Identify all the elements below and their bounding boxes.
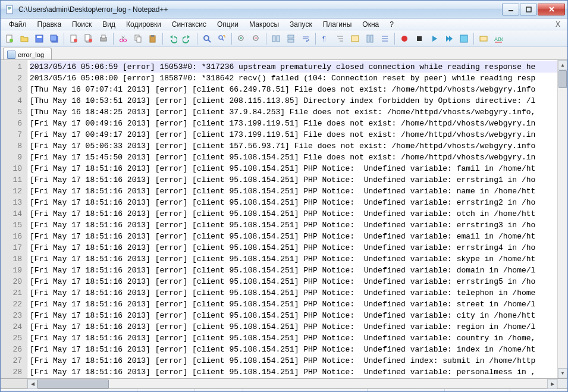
open-file-icon[interactable]	[18, 32, 31, 45]
svg-line-32	[222, 39, 224, 40]
func-list-icon[interactable]	[378, 32, 391, 45]
zoom-out-icon[interactable]	[250, 32, 263, 45]
paste-icon[interactable]	[146, 32, 159, 45]
toolbar: ¶ ABC	[1, 30, 567, 47]
scroll-up-icon[interactable]: ▲	[558, 60, 567, 70]
svg-rect-39	[277, 36, 280, 42]
wrap-icon[interactable]	[299, 32, 312, 45]
menu-macros[interactable]: Макросы	[244, 19, 284, 30]
toolbar-separator	[162, 33, 163, 45]
svg-rect-26	[137, 37, 141, 42]
svg-rect-54	[460, 35, 467, 42]
toolbar-separator	[197, 33, 197, 45]
menu-syntax[interactable]: Синтаксис	[167, 19, 211, 30]
svg-point-29	[204, 36, 209, 40]
vertical-scrollbar[interactable]: ▲ ▼	[557, 60, 567, 378]
close-button[interactable]	[538, 4, 565, 15]
gutter-spacer	[1, 379, 27, 388]
menu-edit[interactable]: Правка	[33, 19, 67, 30]
statusbar: Normal text file length : 210905 lines :…	[1, 389, 567, 392]
toolbar-extra-2-icon[interactable]: ABC	[492, 32, 505, 45]
svg-rect-3	[8, 10, 10, 10]
menu-x[interactable]: X	[552, 20, 564, 29]
svg-point-9	[10, 39, 13, 42]
horizontal-scrollbar[interactable]: ◀ ▶	[27, 379, 557, 388]
status-sel: Sel : 0	[296, 389, 368, 392]
menu-search[interactable]: Поиск	[67, 19, 96, 30]
close-all-icon[interactable]	[82, 32, 95, 45]
status-lines: lines : 943	[195, 389, 243, 392]
resize-grip-icon[interactable]	[557, 389, 567, 392]
save-all-icon[interactable]	[48, 32, 61, 45]
show-symbols-icon[interactable]: ¶	[319, 32, 332, 45]
doc-map-icon[interactable]	[363, 32, 376, 45]
status-filetype: Normal text file	[1, 389, 137, 392]
svg-rect-2	[8, 8, 11, 9]
tab-error-log[interactable]: error_log	[3, 48, 52, 59]
redo-icon[interactable]	[181, 32, 194, 45]
editor-area: 1234567891011121314151617181920212223242…	[1, 60, 567, 379]
svg-rect-40	[288, 35, 294, 38]
menu-file[interactable]: Файл	[4, 19, 32, 30]
tab-bar: error_log	[1, 47, 567, 60]
find-icon[interactable]	[200, 32, 214, 45]
toolbar-separator	[473, 33, 474, 45]
user-lang-icon[interactable]	[349, 32, 362, 45]
menu-windows[interactable]: Окна	[357, 19, 384, 30]
sync-v-icon[interactable]	[269, 32, 283, 45]
toolbar-separator	[64, 33, 64, 45]
record-macro-icon[interactable]	[398, 32, 411, 45]
titlebar: C:\Users\admin\Desktop\error_log - Notep…	[1, 1, 567, 18]
scroll-right-icon[interactable]: ▶	[547, 379, 557, 389]
scroll-down-icon[interactable]: ▼	[558, 368, 567, 378]
toolbar-extra-1-icon[interactable]	[477, 32, 490, 45]
scrollbar-track[interactable]	[37, 379, 547, 389]
svg-rect-1	[8, 7, 11, 8]
print-icon[interactable]	[97, 32, 110, 45]
sync-h-icon[interactable]	[284, 32, 297, 45]
scroll-left-icon[interactable]: ◀	[27, 379, 37, 389]
replace-icon[interactable]	[215, 32, 228, 45]
svg-point-18	[89, 39, 92, 42]
menu-plugins[interactable]: Плагины	[318, 19, 357, 30]
toolbar-separator	[231, 33, 232, 45]
save-icon[interactable]	[33, 32, 46, 45]
scrollbar-thumb[interactable]	[558, 70, 567, 88]
status-encoding: ANSI	[445, 389, 510, 392]
play-macro-icon[interactable]	[428, 32, 441, 45]
status-eol: Dos\Windows	[368, 389, 445, 392]
indent-guide-icon[interactable]	[334, 32, 347, 45]
app-icon	[5, 5, 15, 14]
menu-view[interactable]: Вид	[98, 19, 120, 30]
menu-encoding[interactable]: Кодировки	[121, 19, 166, 30]
window-controls	[502, 4, 565, 15]
play-multi-icon[interactable]	[443, 32, 456, 45]
zoom-in-icon[interactable]	[235, 32, 248, 45]
menu-run[interactable]: Запуск	[285, 19, 317, 30]
maximize-button[interactable]	[520, 4, 537, 15]
copy-icon[interactable]	[131, 32, 145, 45]
svg-point-15	[74, 39, 77, 42]
scrollbar-thumb[interactable]	[37, 380, 109, 388]
status-ins: INS	[510, 389, 533, 392]
svg-rect-48	[371, 35, 373, 42]
svg-line-30	[208, 40, 211, 42]
svg-rect-38	[272, 36, 275, 42]
status-length: length : 210905	[137, 389, 195, 392]
close-file-icon[interactable]	[67, 32, 80, 45]
toolbar-separator	[315, 33, 316, 45]
save-macro-icon[interactable]	[457, 32, 470, 45]
menu-options[interactable]: Опции	[212, 19, 243, 30]
svg-rect-11	[37, 36, 42, 38]
minimize-button[interactable]	[502, 4, 519, 15]
text-editor[interactable]: 2013/05/16 05:06:59 [error] 15053#0: *31…	[27, 60, 557, 378]
menu-help[interactable]: ?	[385, 19, 398, 30]
new-file-icon[interactable]	[3, 32, 16, 45]
file-icon	[7, 51, 15, 59]
undo-icon[interactable]	[166, 32, 179, 45]
svg-rect-13	[51, 35, 57, 41]
stop-macro-icon[interactable]	[413, 32, 426, 45]
cut-icon[interactable]	[117, 32, 130, 45]
tab-label: error_log	[18, 51, 44, 58]
status-col: Col : 1	[271, 389, 296, 392]
